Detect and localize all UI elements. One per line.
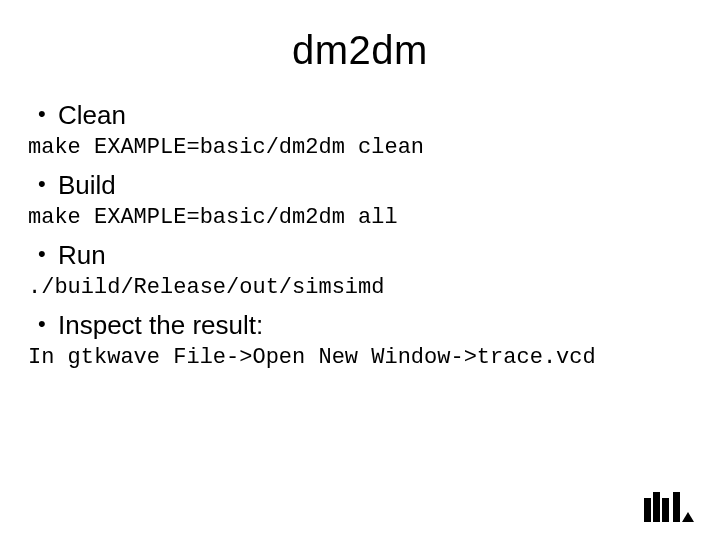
svg-rect-2 [662, 498, 669, 522]
bullet-label: Inspect the result: [58, 310, 263, 340]
slide-content: Clean make EXAMPLE=basic/dm2dm clean Bui… [28, 99, 692, 371]
bullet-inspect: Inspect the result: [28, 309, 692, 342]
bullet-run: Run [28, 239, 692, 272]
bullet-label: Run [58, 240, 106, 270]
svg-rect-3 [673, 492, 680, 522]
bullet-label: Build [58, 170, 116, 200]
code-clean: make EXAMPLE=basic/dm2dm clean [28, 134, 692, 162]
code-build: make EXAMPLE=basic/dm2dm all [28, 204, 692, 232]
bullet-clean: Clean [28, 99, 692, 132]
code-inspect: In gtkwave File->Open New Window->trace.… [28, 344, 692, 372]
slide-title: dm2dm [28, 28, 692, 73]
svg-rect-1 [653, 492, 660, 522]
svg-marker-4 [682, 512, 694, 522]
bullet-label: Clean [58, 100, 126, 130]
slide: dm2dm Clean make EXAMPLE=basic/dm2dm cle… [0, 0, 720, 540]
bullet-build: Build [28, 169, 692, 202]
logo-icon [644, 492, 700, 526]
svg-rect-0 [644, 498, 651, 522]
code-run: ./build/Release/out/simsimd [28, 274, 692, 302]
